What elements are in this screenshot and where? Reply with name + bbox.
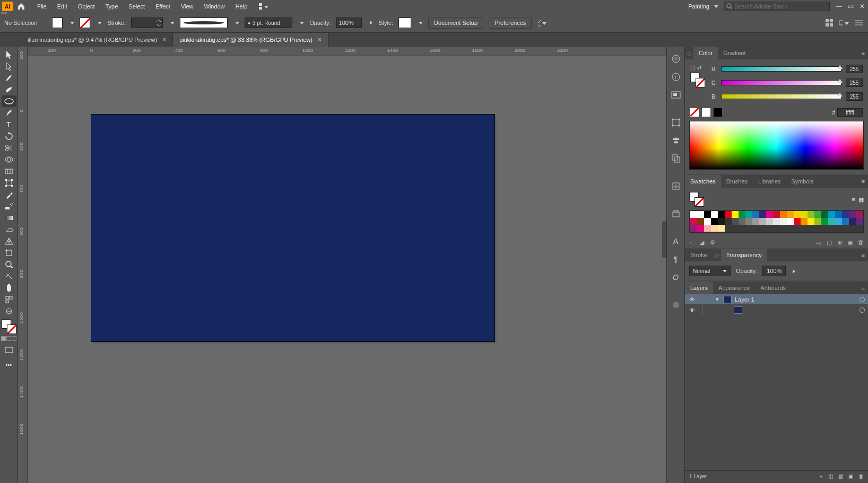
grid-view-icon[interactable]: ▦ xyxy=(858,196,864,203)
document-tab[interactable]: pinkkirakirabg.eps* @ 33.33% (RGB/GPU Pr… xyxy=(173,33,328,47)
live-paint-tool-icon[interactable] xyxy=(2,165,16,177)
brush-definition[interactable]: ●3 pt. Round xyxy=(245,17,292,28)
tab-swatches[interactable]: Swatches xyxy=(685,175,721,188)
swatch-cell[interactable] xyxy=(690,218,697,225)
hand-tool-icon[interactable] xyxy=(2,282,16,294)
screen-mode-icon[interactable] xyxy=(2,344,16,356)
document-setup-button[interactable]: Document Setup xyxy=(428,17,483,29)
canvas-area[interactable] xyxy=(28,56,666,483)
isolation-mode-icon[interactable] xyxy=(839,18,849,28)
brush-dropdown[interactable] xyxy=(298,18,304,28)
menu-type[interactable]: Type xyxy=(100,1,124,12)
artboard-tool-icon[interactable] xyxy=(2,247,16,259)
channel-value-input[interactable]: 255 xyxy=(846,92,863,101)
opentype-icon[interactable]: O xyxy=(670,271,682,283)
tab-brushes[interactable]: Brushes xyxy=(721,175,753,188)
graphic-style-swatch[interactable] xyxy=(398,17,411,28)
none-swatch[interactable] xyxy=(690,108,699,117)
scissors-tool-icon[interactable] xyxy=(2,142,16,154)
menu-select[interactable]: Select xyxy=(123,1,150,12)
visibility-icon[interactable]: 👁 xyxy=(688,307,696,313)
stroke-dropdown[interactable] xyxy=(96,18,102,28)
blend-mode-select[interactable]: Normal xyxy=(689,266,731,276)
opacity-value-input[interactable]: 100% xyxy=(762,266,786,276)
print-tiling-tool-icon[interactable] xyxy=(2,294,16,305)
swatch-cell[interactable] xyxy=(732,211,739,218)
swatch-cell[interactable] xyxy=(718,218,725,225)
swatch-cell[interactable] xyxy=(849,218,856,225)
asset-export-icon[interactable] xyxy=(670,180,682,192)
artboard[interactable] xyxy=(91,115,494,341)
menu-effect[interactable]: Effect xyxy=(150,1,176,12)
tab-transparency[interactable]: Transparency xyxy=(721,249,767,261)
swatch-cell[interactable] xyxy=(745,218,752,225)
swatch-cell[interactable] xyxy=(856,218,863,225)
document-tab[interactable]: illuminationbg.eps* @ 9.47% (RGB/GPU Pre… xyxy=(21,33,173,47)
swatch-cell[interactable] xyxy=(718,225,725,232)
new-folder-icon[interactable]: ▢ xyxy=(827,239,832,246)
swatch-cell[interactable] xyxy=(697,218,704,225)
swatch-cell[interactable] xyxy=(711,225,718,232)
selection-tool-icon[interactable] xyxy=(2,49,16,60)
swatch-cell[interactable] xyxy=(759,211,766,218)
fill-stroke-indicator[interactable] xyxy=(2,319,16,334)
swatch-cell[interactable] xyxy=(808,218,814,225)
info-icon[interactable]: i xyxy=(670,71,682,83)
opacity-flyout-icon[interactable] xyxy=(791,268,795,274)
swatch-cell[interactable] xyxy=(739,218,745,225)
menu-file[interactable]: File xyxy=(32,1,52,12)
swatch-cell[interactable] xyxy=(787,211,794,218)
pathfinder-icon[interactable] xyxy=(670,153,682,164)
menu-view[interactable]: View xyxy=(176,1,199,12)
swatch-cell[interactable] xyxy=(752,218,759,225)
blob-brush-tool-icon[interactable] xyxy=(2,84,16,95)
layer-row[interactable]: 👁 xyxy=(685,305,868,315)
type-tool-icon[interactable]: T xyxy=(2,119,16,130)
hex-input[interactable]: ffffff xyxy=(837,108,863,117)
swatch-cell[interactable] xyxy=(835,211,842,218)
swatch-cell[interactable] xyxy=(773,211,780,218)
twirl-icon[interactable]: ▾ xyxy=(715,296,720,303)
make-clip-mask-icon[interactable]: ◫ xyxy=(828,473,833,480)
swatch-cell[interactable] xyxy=(801,218,808,225)
zoom-tool-icon[interactable] xyxy=(2,259,16,270)
color-slider[interactable] xyxy=(721,66,841,72)
swatch-cell[interactable] xyxy=(794,218,801,225)
swatch-cell[interactable] xyxy=(718,211,725,218)
visibility-icon[interactable]: 👁 xyxy=(688,296,696,303)
tab-artboards[interactable]: Artboards xyxy=(755,282,791,294)
slice-tool-icon[interactable] xyxy=(2,270,16,282)
character-icon[interactable]: A xyxy=(670,235,682,247)
swatch-cell[interactable] xyxy=(697,225,704,232)
swatch-kind-icon[interactable]: ◪ xyxy=(699,239,705,246)
swatch-cell[interactable] xyxy=(828,211,835,218)
transform-icon[interactable] xyxy=(670,117,682,128)
opacity-input[interactable]: 100% xyxy=(336,17,362,28)
symbol-sprayer-tool-icon[interactable] xyxy=(2,200,16,212)
swatch-cell[interactable] xyxy=(739,211,745,218)
unknown-tool-icon[interactable] xyxy=(2,305,16,317)
panel-toggle-icon[interactable]: ◇ xyxy=(713,252,721,259)
direct-selection-tool-icon[interactable] xyxy=(2,60,16,72)
eyedropper-tool-icon[interactable] xyxy=(2,189,16,200)
new-swatch-icon[interactable]: ⊞ xyxy=(837,239,842,246)
menu-help[interactable]: Help xyxy=(230,1,253,12)
locate-object-icon[interactable]: ⌖ xyxy=(820,473,823,480)
white-swatch[interactable] xyxy=(702,108,710,117)
close-icon[interactable]: ✕ xyxy=(858,3,866,10)
stroke-swatch[interactable] xyxy=(80,17,90,28)
swatch-cell[interactable] xyxy=(711,218,718,225)
swatch-cell[interactable] xyxy=(842,211,849,218)
swatch-cell[interactable] xyxy=(808,211,814,218)
swatch-cell[interactable] xyxy=(704,225,711,232)
swatch-cell[interactable] xyxy=(787,218,794,225)
tab-symbols[interactable]: Symbols xyxy=(786,175,819,188)
search-box[interactable] xyxy=(724,2,830,11)
fill-swatch[interactable] xyxy=(52,17,63,28)
swatch-cell[interactable] xyxy=(766,211,773,218)
maximize-icon[interactable]: ▭ xyxy=(847,3,854,10)
swatch-grid[interactable] xyxy=(689,210,864,233)
gradient-tool-icon[interactable] xyxy=(2,212,16,224)
channel-value-input[interactable]: 255 xyxy=(846,65,863,73)
color-guide-icon[interactable] xyxy=(670,53,682,65)
